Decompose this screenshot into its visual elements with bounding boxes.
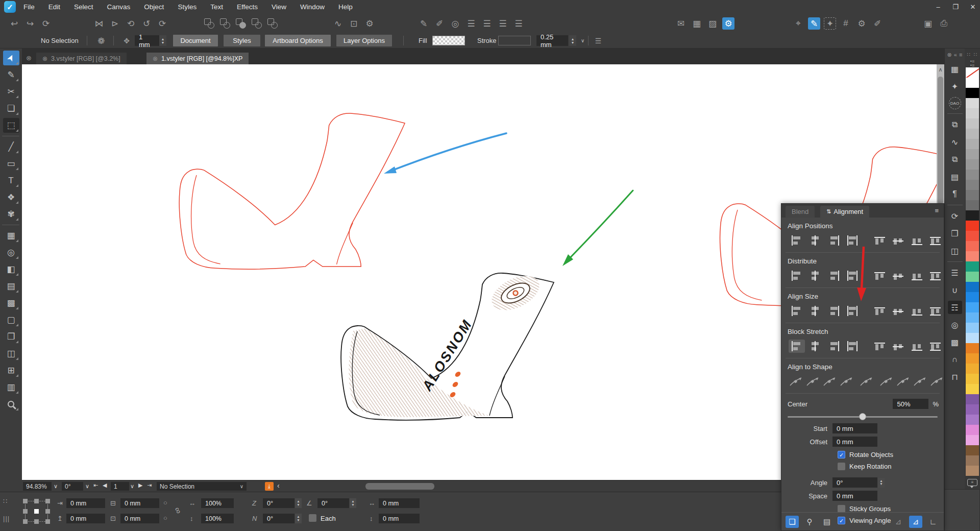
image-panel-icon[interactable]: ▩ [948, 335, 962, 349]
swatch[interactable] [966, 445, 979, 455]
anchor-point[interactable] [23, 499, 28, 503]
stretch-block-vertical-icon[interactable] [789, 340, 805, 353]
mirror-icon[interactable]: ⋈ [93, 17, 105, 30]
swatch[interactable] [966, 88, 979, 98]
path-align-start-icon[interactable] [879, 375, 893, 388]
swatch[interactable] [966, 210, 979, 221]
alignment-panel-icon[interactable]: ☰ [948, 266, 962, 279]
preferences-icon[interactable]: ⚙ [722, 17, 734, 30]
rotation-field[interactable]: 0° [62, 482, 83, 491]
swatch[interactable] [966, 221, 979, 231]
maximize-icon[interactable]: ❐ [951, 3, 960, 11]
frame-button[interactable]: ❏ [786, 516, 799, 528]
stretch-block-center-icon[interactable] [909, 340, 925, 353]
angle-field[interactable]: 0° [832, 477, 877, 488]
anchor-point[interactable] [23, 509, 28, 514]
menu-styles[interactable]: Styles [178, 3, 197, 11]
menu-object[interactable]: Object [144, 3, 164, 11]
gear-flower-icon[interactable]: ❁ [95, 35, 107, 47]
line-tool[interactable]: ╱ [3, 139, 19, 154]
first-page-icon[interactable]: ⇤ [93, 482, 98, 489]
menu-view[interactable]: View [272, 3, 286, 11]
shape-align-middle-icon[interactable] [822, 375, 837, 388]
anchor-point[interactable] [34, 519, 39, 524]
swatch[interactable] [966, 282, 979, 292]
mesh-tool[interactable]: ⊞ [3, 363, 19, 378]
keep-rotation-checkbox[interactable] [838, 463, 845, 470]
path-align-end-icon[interactable] [913, 375, 927, 388]
stretch-block-horizontal-icon[interactable] [872, 340, 888, 353]
exclude-icon[interactable] [251, 17, 263, 30]
redo-icon[interactable]: ↪ [24, 17, 36, 30]
grid-view-icon[interactable]: ▦ [691, 17, 703, 30]
sticky-groups-checkbox[interactable] [838, 505, 845, 513]
divide-icon[interactable] [266, 17, 279, 30]
free-transform-tool[interactable]: ❏ [3, 101, 19, 116]
offset-y-field[interactable]: 0 mm [379, 514, 420, 523]
comment-icon[interactable]: ≡ [967, 479, 977, 486]
shape-align-end-icon[interactable] [859, 375, 873, 388]
tab-blend[interactable]: Blend [786, 206, 815, 218]
swatch[interactable] [966, 333, 979, 343]
menu-file[interactable]: File [23, 3, 35, 11]
space-field[interactable]: 0 mm [832, 491, 877, 501]
size-match-width-small-icon[interactable] [789, 304, 805, 318]
distribute-bottom-icon[interactable] [909, 269, 925, 282]
blend-preview-button[interactable]: ⊿ [909, 516, 922, 528]
swatch[interactable] [966, 241, 979, 251]
swatch[interactable] [966, 323, 979, 333]
nudge-stepper[interactable]: ▲▼ [159, 35, 166, 46]
swatch[interactable] [966, 415, 979, 425]
next-page-icon[interactable]: ▶ [138, 482, 142, 489]
tab-alignment[interactable]: ⇅ Alignment [820, 206, 869, 218]
link-path-icon[interactable]: ∿ [948, 135, 962, 149]
stretch-block-bottom-icon[interactable] [845, 340, 861, 353]
select-tool[interactable]: ➤ [3, 51, 19, 65]
swatch[interactable] [966, 200, 979, 210]
swatch-drag-handle[interactable]: ∷ ∷ [965, 49, 980, 57]
path-options-icon[interactable]: ⚙ [363, 17, 376, 30]
clone-tool[interactable]: ❐ [3, 329, 19, 344]
anchor-point[interactable] [45, 519, 50, 524]
node-select-tool[interactable]: ✎ [3, 67, 19, 82]
scale-x-field[interactable]: 100% [201, 498, 234, 508]
selection-dropdown[interactable]: No Selection ∨ [157, 482, 247, 491]
artboard-options-button[interactable]: Artboard Options [265, 35, 331, 46]
dao-panel-icon[interactable]: DAO [949, 97, 961, 109]
subtract-icon[interactable] [219, 17, 231, 30]
x-position-field[interactable]: 0 mm [66, 498, 105, 508]
swatch[interactable] [966, 466, 979, 476]
collapse-dock-icon[interactable]: « [954, 52, 957, 58]
page-number[interactable]: 1 [111, 482, 129, 491]
justify-right-icon[interactable]: ☰ [481, 17, 493, 30]
size-match-width-icon[interactable] [807, 304, 824, 318]
marquee-tool[interactable]: ⬚ [3, 118, 19, 133]
stroke-width-stepper[interactable]: ▲▼ [569, 35, 576, 46]
link-clone-icon[interactable]: ⧉ [948, 153, 962, 166]
flip-icon[interactable]: ⊳ [109, 17, 121, 30]
radio-bottom-icon[interactable]: ○ [163, 514, 167, 522]
align-left-icon[interactable] [789, 234, 805, 247]
swatch[interactable] [966, 180, 979, 190]
y-position-field[interactable]: 0 mm [66, 514, 105, 523]
swatch[interactable] [966, 302, 979, 312]
offset-field[interactable]: 0 mm [832, 437, 877, 447]
swatch[interactable] [966, 159, 979, 170]
anchor-point[interactable] [45, 499, 50, 503]
menu-select[interactable]: Select [74, 3, 93, 11]
start-field[interactable]: 0 mm [832, 423, 877, 433]
rotate-objects-checkbox[interactable]: ✓ [838, 451, 845, 458]
node-edit-icon[interactable]: ✎ [808, 17, 820, 30]
shape-align-quarter-icon[interactable] [805, 375, 820, 388]
dock-menu-icon[interactable]: ≡ [959, 52, 962, 58]
distribute-middle-vertical-icon[interactable] [890, 269, 906, 282]
table-panel-icon[interactable]: ▤ [948, 170, 962, 183]
contour-panel-icon[interactable]: ◎ [948, 318, 962, 331]
notes-button[interactable]: ▤ [820, 516, 834, 528]
weave-tool[interactable]: ▤ [3, 279, 19, 294]
styles-button[interactable]: Styles [224, 35, 260, 46]
page-caret[interactable]: ∨ [130, 483, 134, 490]
scroll-up-icon[interactable]: ∧ [937, 66, 944, 73]
paragraph-link-icon[interactable]: ¶ [948, 187, 962, 201]
stroke-options-icon[interactable]: ☰ [592, 35, 604, 47]
